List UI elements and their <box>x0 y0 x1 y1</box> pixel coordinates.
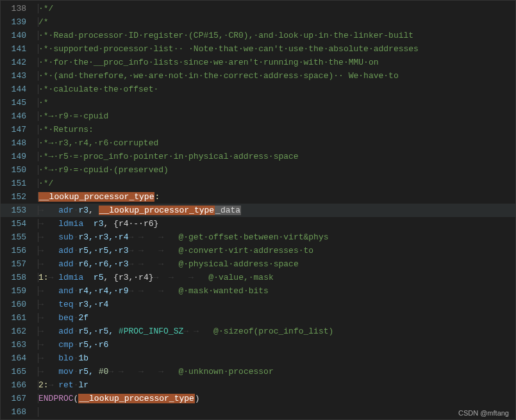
line-number: 142 <box>1 56 38 69</box>
code-line: 157 → add·r6,·r6,·r3→ → → @·physical·add… <box>1 257 515 271</box>
code-line: 159 → and·r4,·r4,·r9→ → → @·mask·wanted·… <box>1 284 515 298</box>
line-number: 140 <box>1 29 38 42</box>
code-line: 151 ·*/ <box>1 177 515 190</box>
line-number: 147 <box>1 123 38 136</box>
code-line: 161 → beq·2f <box>1 311 515 325</box>
code-line: 141 ·*·supported·processor·list·· ·Note·… <box>1 42 515 56</box>
code-line-current: 153 → adr·r3, __lookup_processor_type_da… <box>1 204 515 217</box>
line-number: 151 <box>1 177 38 190</box>
code-line: 162 → add·r5,·r5, #PROC_INFO_SZ→ → @·siz… <box>1 325 515 338</box>
code-line: 148 ·*→·r3,·r4,·r6·corrupted <box>1 136 515 150</box>
line-number: 160 <box>1 298 38 311</box>
code-line: 150 ·*→·r9·=·cpuid·(preserved) <box>1 163 515 177</box>
line-number: 168 <box>1 405 38 419</box>
line-number: 163 <box>1 338 38 351</box>
code-line: 144 ·*·calculate·the·offset· <box>1 83 515 96</box>
line-number: 162 <box>1 325 38 338</box>
line-number: 149 <box>1 150 38 163</box>
line-number: 156 <box>1 244 38 257</box>
code-editor[interactable]: 138 ·*/ 139 /* 140 ·*·Read·processor·ID·… <box>1 1 515 419</box>
code-line: 143 ·*·(and·therefore,·we·are·not·in·the… <box>1 69 515 83</box>
code-line: 158 1:→ ldmia r5, {r3,·r4}→ → → @·value,… <box>1 271 515 284</box>
line-number: 145 <box>1 96 38 109</box>
code-line: 160 → teq·r3,·r4 <box>1 298 515 311</box>
code-line: 145 ·* <box>1 96 515 109</box>
line-number: 159 <box>1 284 38 298</box>
code-line: 166 2:→ ret·lr <box>1 378 515 392</box>
line-number: 161 <box>1 311 38 325</box>
line-number: 139 <box>1 15 38 29</box>
line-number: 150 <box>1 163 38 177</box>
code-line: 165 → mov·r5, #0→ → → → @·unknown·proces… <box>1 365 515 378</box>
code-line: 163 → cmp·r5,·r6 <box>1 338 515 351</box>
line-number: 153 <box>1 204 38 217</box>
line-number: 154 <box>1 217 38 230</box>
symbol-highlight: __lookup_processor_type <box>38 192 154 202</box>
code-line: 168 <box>1 405 515 419</box>
code-line: 156 → add·r5,·r5,·r3→ → → @·convert·virt… <box>1 244 515 257</box>
code-line: 164 → blo·1b <box>1 351 515 365</box>
line-number: 152 <box>1 190 38 204</box>
code-line: 146 ·*→·r9·=·cpuid <box>1 109 515 123</box>
symbol-highlight-suffix: _data <box>215 206 241 215</box>
code-line: 155 → sub·r3,·r3,·r4→ → → @·get·offset·b… <box>1 230 515 244</box>
line-number: 164 <box>1 351 38 365</box>
line-number: 158 <box>1 271 38 284</box>
symbol-highlight: __lookup_processor_type <box>78 394 194 403</box>
code-line: 138 ·*/ <box>1 2 515 15</box>
code-line: 140 ·*·Read·processor·ID·register·(CP#15… <box>1 29 515 42</box>
code-line: 147 ·*·Returns: <box>1 123 515 136</box>
line-number: 166 <box>1 378 38 392</box>
line-number: 167 <box>1 392 38 405</box>
line-number: 143 <box>1 69 38 83</box>
code-line: 152 __lookup_processor_type: <box>1 190 515 204</box>
line-number: 141 <box>1 42 38 56</box>
code-line: 154 → ldmia r3, {r4·-·r6} <box>1 217 515 230</box>
symbol-highlight: __lookup_processor_type <box>99 206 215 215</box>
line-number: 144 <box>1 83 38 96</box>
code-line: 142 ·*·for·the·__proc_info·lists·since·w… <box>1 56 515 69</box>
line-number: 155 <box>1 230 38 244</box>
code-line: 139 /* <box>1 15 515 29</box>
watermark: CSDN @mftang <box>458 409 509 417</box>
line-number: 146 <box>1 109 38 123</box>
code-line: 149 ·*→·r5·=·proc_info·pointer·in·physic… <box>1 150 515 163</box>
line-number: 165 <box>1 365 38 378</box>
code-line: 167 ENDPROC(__lookup_processor_type) <box>1 392 515 405</box>
line-number: 138 <box>1 2 38 15</box>
line-number: 157 <box>1 257 38 271</box>
line-number: 148 <box>1 136 38 150</box>
